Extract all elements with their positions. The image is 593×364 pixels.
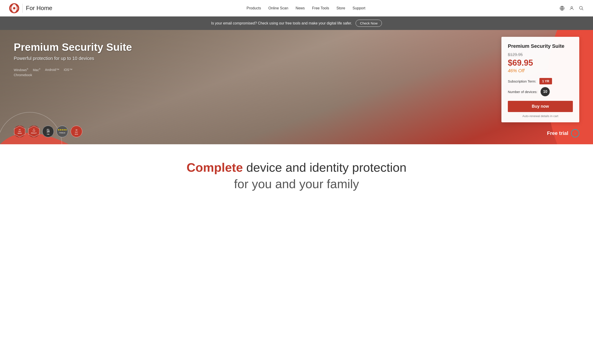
site-header: For Home Products Online Scan News Free … bbox=[0, 0, 593, 16]
svg-point-8 bbox=[571, 6, 573, 8]
platform-android[interactable]: Android™ bbox=[45, 68, 59, 72]
nav-item-products[interactable]: Products bbox=[247, 6, 261, 10]
hero-left-content: Premium Security Suite Powerful protecti… bbox=[14, 41, 579, 77]
free-trial-label: Free trial bbox=[547, 130, 568, 136]
brand-name: For Home bbox=[26, 5, 53, 12]
user-icon[interactable] bbox=[569, 6, 574, 11]
svg-text:TEST: TEST bbox=[18, 131, 21, 132]
card-title: Premium Security Suite bbox=[508, 43, 573, 49]
platform-ios[interactable]: iOS™ bbox=[64, 68, 72, 72]
subscription-term-badge[interactable]: 1 YR bbox=[539, 78, 552, 84]
award-pcworld: ★★★★★ PCWorld bbox=[56, 125, 68, 137]
nav-item-news[interactable]: News bbox=[296, 6, 305, 10]
trend-micro-logo[interactable] bbox=[9, 3, 19, 13]
platform-chromebook[interactable]: Chromebook bbox=[14, 73, 32, 77]
discount-label: 46% Off bbox=[508, 68, 573, 73]
product-card: Premium Security Suite $129.95 $69.95 46… bbox=[501, 37, 579, 122]
sale-price: $69.95 bbox=[508, 58, 573, 68]
svg-text:AWARD: AWARD bbox=[18, 133, 22, 134]
svg-text:AV: AV bbox=[19, 129, 20, 130]
check-now-button[interactable]: Check Now bbox=[356, 20, 382, 27]
svg-text:AV: AV bbox=[33, 129, 35, 130]
svg-point-9 bbox=[580, 6, 582, 9]
award-av-top: AV TOP PRODUCT bbox=[28, 125, 40, 137]
search-icon[interactable] bbox=[579, 6, 584, 11]
award-30day: 30 DAY BACK bbox=[71, 125, 82, 137]
devices-label: Number of devices: bbox=[508, 90, 537, 94]
hero-title: Premium Security Suite bbox=[14, 41, 579, 53]
svg-text:16: 16 bbox=[47, 130, 50, 133]
nav-item-online-scan[interactable]: Online Scan bbox=[268, 6, 288, 10]
auto-renewal-text: Auto-renewal details in cart bbox=[508, 114, 573, 118]
subscription-label: Subscription Term: bbox=[508, 79, 536, 84]
subscription-row: Subscription Term: 1 YR bbox=[508, 78, 573, 84]
buy-now-button[interactable]: Buy now bbox=[508, 101, 573, 112]
logo-area: For Home bbox=[9, 3, 53, 13]
nav-item-support[interactable]: Support bbox=[353, 6, 365, 10]
tagline-highlight: Complete bbox=[187, 161, 243, 174]
svg-text:TIME: TIME bbox=[47, 134, 50, 135]
svg-text:★★★★★: ★★★★★ bbox=[58, 129, 67, 131]
hero-section: Premium Security Suite Powerful protecti… bbox=[0, 30, 593, 144]
svg-line-10 bbox=[582, 9, 583, 10]
awards-row: AV TEST AWARD AV TOP PRODUCT PC 16 TIME bbox=[14, 125, 82, 137]
nav-item-free-tools[interactable]: Free Tools bbox=[312, 6, 329, 10]
banner-text: Is your email compromised? Check using o… bbox=[211, 21, 352, 25]
devices-count-badge[interactable]: 10 bbox=[540, 87, 550, 96]
hero-platforms: Windows® Mac® Android™ iOS™ bbox=[14, 68, 579, 72]
svg-text:DAY: DAY bbox=[75, 131, 78, 133]
platform-mac[interactable]: Mac® bbox=[33, 68, 40, 72]
devices-row: Number of devices: 10 bbox=[508, 87, 573, 96]
header-icons bbox=[559, 6, 584, 11]
main-nav: Products Online Scan News Free Tools Sto… bbox=[247, 6, 365, 10]
award-avtest: AV TEST AWARD bbox=[14, 125, 26, 137]
svg-point-24 bbox=[57, 126, 68, 137]
tagline-section: Complete device and identity protection … bbox=[0, 144, 593, 200]
tagline-line2: for you and your family bbox=[9, 177, 584, 191]
free-trial-arrow-icon: › bbox=[571, 129, 579, 137]
svg-text:30: 30 bbox=[75, 129, 77, 131]
platform-windows[interactable]: Windows® bbox=[14, 68, 28, 72]
promo-banner: Is your email compromised? Check using o… bbox=[0, 16, 593, 30]
globe-icon[interactable] bbox=[559, 6, 565, 11]
original-price: $129.95 bbox=[508, 52, 573, 57]
award-pc-mag: PC 16 TIME bbox=[42, 125, 54, 137]
svg-text:TOP: TOP bbox=[33, 130, 35, 132]
svg-text:PRODUCT: PRODUCT bbox=[31, 132, 37, 134]
free-trial-row[interactable]: Free trial › bbox=[547, 129, 579, 137]
svg-text:PCWorld: PCWorld bbox=[59, 132, 65, 134]
logo-divider bbox=[22, 4, 23, 13]
tagline-line1: Complete device and identity protection bbox=[9, 160, 584, 175]
svg-text:BACK: BACK bbox=[75, 134, 78, 135]
hero-subtitle: Powerful protection for up to 10 devices bbox=[14, 56, 579, 61]
tagline-line1-rest: device and identity protection bbox=[243, 161, 406, 174]
nav-item-store[interactable]: Store bbox=[337, 6, 345, 10]
svg-point-3 bbox=[13, 7, 15, 9]
